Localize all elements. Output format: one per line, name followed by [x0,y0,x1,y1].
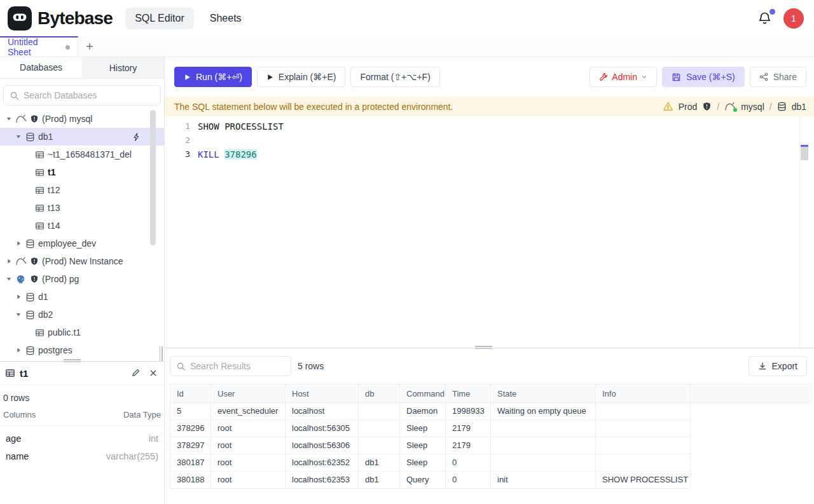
table-cell: Waiting on empty queue [491,403,596,420]
brand[interactable]: Bytebase [8,6,113,31]
tree-item-label: d1 [38,292,48,302]
tree-item-d1[interactable]: d1 [0,288,164,306]
tree-item-t14[interactable]: t14 [0,217,164,235]
column-header-info: Info [596,384,691,403]
brand-name: Bytebase [38,8,113,29]
save-button[interactable]: Save (⌘+S) [662,67,745,87]
caret-right-icon[interactable] [13,294,24,300]
schema-panel-title: t1 [20,368,28,379]
tree-item-label: t12 [48,185,60,195]
sidebar: Databases History (Prod) mysqldb1~t1_165… [0,57,165,504]
database-search-box[interactable] [3,85,161,106]
column-header-filler [691,384,812,403]
share-icon [759,72,768,81]
close-panel-icon[interactable] [149,369,158,378]
avatar[interactable]: 1 [783,8,804,29]
breadcrumb-environment[interactable]: Prod [679,102,698,112]
tree-item-postgres[interactable]: postgres [0,341,164,359]
results-panel: 5 rows Export IdUserHostdbCommandTimeSta… [165,348,814,504]
sql-editor[interactable]: 1SHOW PROCESSLIST23KILL 378296 [165,116,814,348]
code-text: KILL 378296 [198,147,257,161]
tree-item-t1[interactable]: t1 [0,163,164,181]
database-search-input[interactable] [24,90,155,100]
column-header-host: Host [286,384,359,403]
tree-item-prod-new-instance[interactable]: (Prod) New Instance [0,252,164,270]
caret-right-icon[interactable] [4,258,14,264]
tree-scrollbar[interactable] [150,110,156,245]
tree-item-t13[interactable]: t13 [0,199,164,217]
run-button[interactable]: Run (⌘+⏎) [174,67,252,87]
table-cell: 0 [446,454,491,472]
export-button[interactable]: Export [748,356,807,376]
tree-item-employee-dev[interactable]: employee_dev [0,235,164,252]
tree-item-label: (Prod) mysql [42,114,92,124]
tab-databases[interactable]: Databases [0,57,82,78]
tree-item-db1[interactable]: db1 [0,128,164,146]
tab-history[interactable]: History [82,57,164,78]
cell-filler [691,420,812,437]
notification-bell-icon[interactable] [757,11,773,26]
table-cell: 1998933 [446,403,491,420]
tree-item-label: db2 [38,310,53,320]
save-icon [672,72,681,82]
database-search-wrap [0,79,164,108]
download-icon [758,362,767,371]
editor-line: 1SHOW PROCESSLIST [165,119,814,133]
explain-button[interactable]: Explain (⌘+E) [257,67,346,87]
caret-down-icon[interactable] [4,276,14,282]
editor-scrollbar-thumb[interactable] [801,145,808,160]
caret-down-icon[interactable] [13,133,24,140]
results-table: IdUserHostdbCommandTimeStateInfo5event_s… [170,384,812,489]
new-sheet-button[interactable] [78,36,101,57]
search-icon [176,362,186,371]
bolt-icon[interactable] [132,132,141,142]
column-header-command: Command [400,384,446,403]
caret-down-icon[interactable] [13,311,24,318]
share-button[interactable]: Share [750,67,806,87]
column-name: name [6,451,29,461]
postgres-icon [14,275,27,284]
admin-mode-button[interactable]: Admin [590,67,657,87]
results-resize-handle[interactable] [475,346,492,350]
search-icon [10,91,19,100]
tree-item-prod-mysql[interactable]: (Prod) mysql [0,110,164,128]
table-cell: event_scheduler [211,403,286,420]
results-search-box[interactable] [170,356,291,376]
tree-item-prod-pg[interactable]: (Prod) pg [0,270,164,288]
column-header-time: Time [446,384,491,403]
caret-down-icon[interactable] [4,116,14,122]
mysql-instance-icon [724,102,736,111]
results-row-count: 5 rows [298,361,324,371]
column-row-age: ageint [0,430,164,447]
breadcrumb-database[interactable]: db1 [792,102,806,112]
table-icon [5,368,15,378]
database-icon [24,292,37,302]
sheet-tab-untitled[interactable]: Untitled Sheet [0,36,78,57]
tree-item-t12[interactable]: t12 [0,181,164,199]
sheet-tab-label: Untitled Sheet [8,37,60,57]
notice-message: The SQL statement below will be executed… [174,102,453,112]
mysql-icon [14,114,27,123]
format-button[interactable]: Format (⇧+⌥+F) [350,67,439,87]
nav-sql-editor[interactable]: SQL Editor [125,8,194,29]
table-cell: localhost:62353 [286,472,359,489]
table-cell [596,403,691,420]
results-search-input[interactable] [190,361,285,371]
caret-right-icon[interactable] [13,240,24,247]
table-cell: Query [400,472,446,489]
column-row-name: namevarchar(255) [0,447,164,465]
caret-right-icon[interactable] [13,347,24,353]
tree-item-db2[interactable]: db2 [0,306,164,324]
tree-item-t1-1658481371-del[interactable]: ~t1_1658481371_del [0,146,164,163]
breadcrumb-instance[interactable]: mysql [741,102,764,112]
table-cell: db1 [359,454,400,472]
line-number: 1 [165,119,190,133]
bytebase-logo-icon [8,6,32,31]
wrench-icon [599,72,608,81]
tree-item-public-t1[interactable]: public.t1 [0,324,164,341]
nav-sheets[interactable]: Sheets [200,8,251,29]
table-cell [596,420,691,437]
edit-table-icon[interactable] [130,368,141,378]
schema-panel-resize-handle[interactable] [64,359,81,364]
editor-line: 3KILL 378296 [165,147,814,161]
